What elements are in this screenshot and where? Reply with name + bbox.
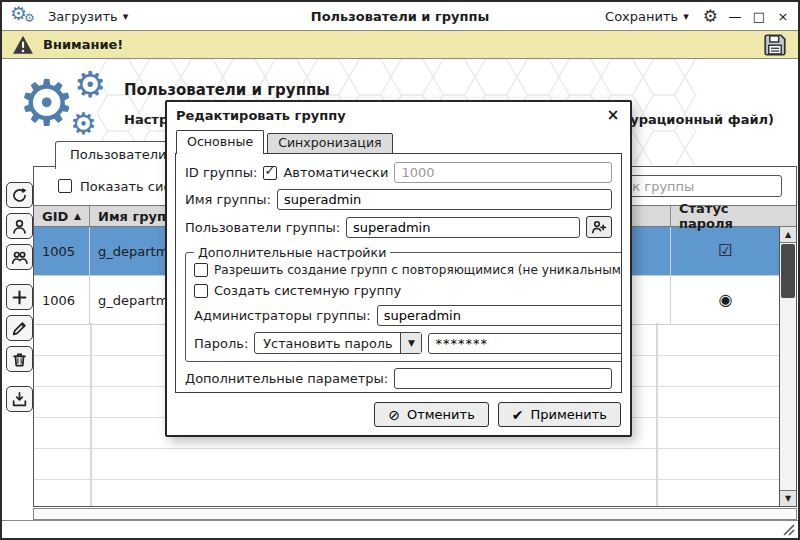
gear-icon: ⚙	[24, 12, 35, 24]
dialog-close-button[interactable]: ×	[605, 108, 621, 123]
app-window: ⚙ ⚙ Загрузить ▾ Пользователи и группы Со…	[0, 0, 800, 540]
apply-label: Применить	[531, 407, 607, 422]
select-caret-icon[interactable]: ▼	[400, 333, 421, 353]
auto-gid-checkbox[interactable]	[263, 166, 277, 180]
refresh-icon	[11, 187, 28, 204]
save-menu-button[interactable]: Сохранить ▾	[601, 7, 693, 26]
gid-label: ID группы:	[185, 165, 257, 180]
group-admins-input[interactable]	[377, 305, 622, 326]
cell-password-status: ◉	[671, 276, 796, 324]
tab-general[interactable]: Основные	[176, 130, 264, 154]
import-icon	[11, 391, 28, 408]
user-icon	[11, 218, 28, 235]
column-separator	[656, 323, 658, 506]
titlebar: ⚙ ⚙ Загрузить ▾ Пользователи и группы Со…	[2, 2, 798, 30]
apply-button[interactable]: ✔ Применить	[498, 402, 621, 427]
warning-banner: Внимание!	[2, 30, 798, 59]
warning-icon	[12, 34, 34, 56]
group-users-input[interactable]	[346, 217, 580, 238]
add-users-button[interactable]	[586, 216, 612, 238]
load-menu-button[interactable]: Загрузить ▾	[44, 7, 132, 26]
allow-dup-gid-checkbox[interactable]	[194, 263, 208, 277]
gid-input[interactable]	[394, 162, 612, 183]
sort-asc-icon: ▲	[74, 211, 81, 221]
password-label: Пароль:	[194, 336, 248, 351]
close-button[interactable]: ×	[776, 10, 790, 23]
dialog-actions: ⊘ Отменить ✔ Применить	[374, 402, 621, 427]
cancel-label: Отменить	[407, 407, 475, 422]
show-system-checkbox[interactable]	[58, 179, 72, 193]
tab-sync[interactable]: Синхронизация	[267, 133, 393, 154]
load-menu-label: Загрузить	[48, 9, 118, 24]
password-mode-select[interactable]: Установить пароль ▼	[254, 332, 422, 354]
extra-params-input[interactable]	[394, 368, 612, 389]
column-header-gid[interactable]: GID ▲	[34, 206, 90, 226]
edit-group-button[interactable]	[6, 315, 33, 341]
column-header-password-status[interactable]: Статус пароля	[671, 206, 796, 226]
plus-icon	[11, 289, 28, 306]
pencil-icon	[11, 320, 28, 337]
extra-params-label: Дополнительные параметры:	[185, 371, 388, 386]
column-separator	[90, 323, 92, 506]
scrollbar-thumb[interactable]	[781, 244, 795, 298]
password-input[interactable]	[428, 333, 622, 354]
group-name-label: Имя группы:	[185, 192, 271, 207]
dialog-tabs: Основные Синхронизация	[176, 130, 396, 154]
advanced-settings-group: Дополнительные настройки Разрешить созда…	[185, 245, 622, 362]
resize-grip[interactable]	[781, 522, 795, 536]
caret-down-icon: ▾	[683, 11, 689, 22]
edit-group-dialog: Редактировать группу × Основные Синхрони…	[165, 100, 632, 437]
scroll-down-button[interactable]: ▼	[780, 490, 796, 506]
minimize-button[interactable]: —	[728, 10, 742, 23]
system-group-checkbox[interactable]	[194, 284, 208, 298]
radio-dot-icon[interactable]: ◉	[719, 292, 733, 308]
trash-icon	[11, 351, 28, 368]
allow-dup-gid-label: Разрешить создание групп с повторяющимис…	[214, 263, 622, 277]
cell-gid: 1006	[34, 276, 90, 324]
advanced-settings-legend: Дополнительные настройки	[194, 245, 390, 260]
group-button[interactable]	[6, 244, 33, 270]
save-file-icon[interactable]	[762, 32, 788, 58]
apply-icon: ✔	[512, 408, 524, 422]
cancel-icon: ⊘	[388, 408, 400, 422]
empty-row	[34, 449, 796, 480]
add-group-button[interactable]	[6, 284, 33, 310]
gear-icon: ⚙	[74, 67, 106, 103]
save-menu-label: Сохранить	[605, 9, 678, 24]
group-admins-label: Администраторы группы:	[194, 308, 371, 323]
add-user-icon	[591, 219, 607, 235]
dialog-title: Редактировать группу	[176, 108, 346, 123]
refresh-button[interactable]	[6, 182, 33, 208]
group-name-input[interactable]	[277, 189, 612, 210]
status-bar	[2, 520, 798, 538]
scroll-up-button[interactable]: ▲	[780, 227, 796, 243]
cancel-button[interactable]: ⊘ Отменить	[374, 402, 489, 427]
group-users-label: Пользователи группы:	[185, 220, 340, 235]
empty-row	[34, 480, 796, 511]
side-toolbar	[6, 182, 34, 412]
page-title: Пользователи и группы	[124, 81, 330, 99]
cell-password-status: ☑	[671, 227, 796, 275]
system-group-label: Создать системную группу	[214, 283, 401, 298]
cell-gid: 1005	[34, 227, 90, 275]
gear-icon: ⚙	[70, 109, 97, 139]
column-label: GID	[42, 209, 68, 224]
warning-text: Внимание!	[43, 37, 123, 52]
delete-group-button[interactable]	[6, 346, 33, 372]
maximize-button[interactable]: □	[752, 10, 766, 23]
user-button[interactable]	[6, 213, 33, 239]
auto-gid-label: Автоматически	[283, 165, 388, 180]
app-gear-icon: ⚙ ⚙	[10, 4, 38, 28]
vertical-scrollbar[interactable]: ▲ ▼	[779, 227, 796, 506]
checked-checkbox-icon[interactable]: ☑	[718, 243, 732, 259]
password-mode-value: Установить пароль	[255, 333, 400, 353]
dialog-tab-panel: ID группы: Автоматически Имя группы: Пол…	[175, 153, 622, 393]
settings-gear-icon[interactable]: ⚙	[703, 8, 718, 25]
gear-icon: ⚙	[18, 71, 75, 135]
users-icon	[11, 249, 28, 266]
caret-down-icon: ▾	[123, 11, 129, 22]
horizontal-scrollbar[interactable]	[33, 508, 797, 520]
dialog-titlebar: Редактировать группу ×	[167, 102, 630, 128]
import-button[interactable]	[6, 386, 33, 412]
